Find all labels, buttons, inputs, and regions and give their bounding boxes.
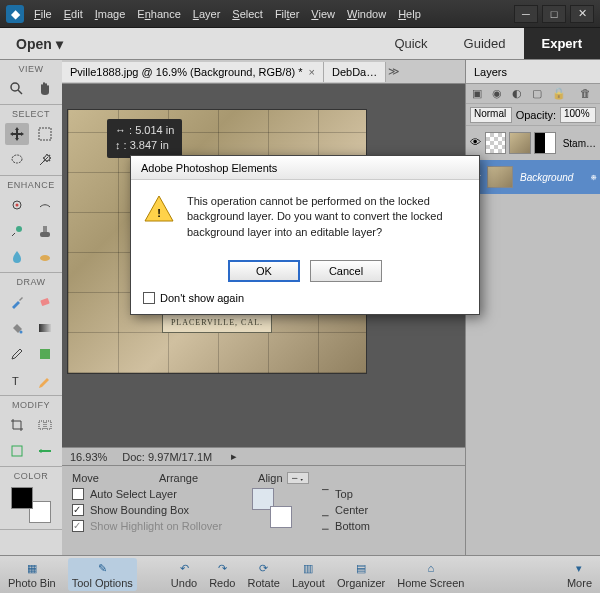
marquee-tool[interactable] bbox=[33, 123, 57, 145]
menu-filter[interactable]: Filter bbox=[275, 8, 299, 20]
status-arrow-icon[interactable]: ▸ bbox=[231, 450, 237, 463]
layer-row-1[interactable]: 👁 Stam… bbox=[466, 126, 600, 160]
layer-row-background[interactable]: 👁 Background ⎈ bbox=[466, 160, 600, 194]
tab-expert[interactable]: Expert bbox=[524, 28, 600, 59]
layer-thumb-img bbox=[509, 132, 531, 154]
whiten-tool[interactable] bbox=[33, 194, 57, 216]
recompose-tool[interactable] bbox=[33, 414, 57, 436]
adjust-icon[interactable]: ◐ bbox=[512, 87, 526, 101]
tab-guided[interactable]: Guided bbox=[446, 28, 524, 59]
align-center[interactable]: ⎯Center bbox=[322, 504, 370, 516]
sponge-tool[interactable] bbox=[33, 246, 57, 268]
layer-thumb bbox=[487, 166, 513, 188]
align-center-icon: ⎯ bbox=[322, 504, 329, 516]
photo-bin-button[interactable]: ▦Photo Bin bbox=[8, 560, 56, 589]
fill-tool[interactable] bbox=[5, 317, 29, 339]
arrange-icon[interactable] bbox=[252, 488, 292, 528]
menu-enhance[interactable]: Enhance bbox=[137, 8, 180, 20]
close-button[interactable]: ✕ bbox=[570, 5, 594, 23]
layout-button[interactable]: ▥Layout bbox=[292, 560, 325, 589]
menu-image[interactable]: Image bbox=[95, 8, 126, 20]
open-button[interactable]: Open ▾ bbox=[0, 30, 79, 58]
auto-select-label: Auto Select Layer bbox=[90, 488, 177, 500]
zoom-tool[interactable] bbox=[5, 78, 29, 100]
straighten-tool[interactable] bbox=[33, 440, 57, 462]
confirm-dialog: Adobe Photoshop Elements ! This operatio… bbox=[130, 155, 480, 315]
dont-show-checkbox[interactable] bbox=[143, 292, 155, 304]
organizer-button[interactable]: ▤Organizer bbox=[337, 560, 385, 589]
file-tab-2[interactable]: DebDa… bbox=[324, 62, 386, 82]
gradient-tool[interactable] bbox=[33, 317, 57, 339]
opacity-value[interactable]: 100% bbox=[560, 107, 596, 123]
title-bar: ◆ File Edit Image Enhance Layer Select F… bbox=[0, 0, 600, 28]
redo-icon: ↷ bbox=[213, 560, 231, 576]
shape-tool[interactable] bbox=[33, 343, 57, 365]
tabs-overflow[interactable]: ≫ bbox=[388, 65, 400, 78]
redo-button[interactable]: ↷Redo bbox=[209, 560, 235, 589]
svg-rect-12 bbox=[39, 324, 51, 332]
layer-name[interactable]: Background bbox=[516, 172, 588, 183]
picker-tool[interactable] bbox=[5, 343, 29, 365]
layer-name[interactable]: Stam… bbox=[559, 138, 596, 149]
main-bar: Open ▾ Quick Guided Expert bbox=[0, 28, 600, 60]
svg-rect-8 bbox=[43, 226, 47, 232]
menu-view[interactable]: View bbox=[311, 8, 335, 20]
align-bottom[interactable]: ⎽Bottom bbox=[322, 520, 370, 532]
move-tool[interactable] bbox=[5, 123, 29, 145]
blur-tool[interactable] bbox=[5, 246, 29, 268]
rotate-button[interactable]: ⟳Rotate bbox=[247, 560, 279, 589]
more-button[interactable]: ▾More bbox=[567, 560, 592, 589]
ok-button[interactable]: OK bbox=[228, 260, 300, 282]
menu-window[interactable]: Window bbox=[347, 8, 386, 20]
menu-layer[interactable]: Layer bbox=[193, 8, 221, 20]
cancel-button[interactable]: Cancel bbox=[310, 260, 382, 282]
align-top[interactable]: ⎺Top bbox=[322, 488, 370, 500]
file-tab-1-close[interactable]: × bbox=[309, 66, 315, 78]
undo-button[interactable]: ↶Undo bbox=[171, 560, 197, 589]
tool-options-panel: Move Arrange Align⎼ ▾ Auto Select Layer … bbox=[62, 465, 465, 555]
menu-edit[interactable]: Edit bbox=[64, 8, 83, 20]
blend-mode-select[interactable]: Normal bbox=[470, 107, 512, 123]
group-select: SELECT bbox=[0, 107, 62, 121]
auto-select-checkbox[interactable]: Auto Select Layer bbox=[72, 488, 222, 500]
file-tab-1[interactable]: Pville1888.jpg @ 16.9% (Background, RGB/… bbox=[62, 62, 324, 82]
foreground-color[interactable] bbox=[11, 487, 33, 509]
menu-file[interactable]: File bbox=[34, 8, 52, 20]
svg-line-1 bbox=[18, 90, 22, 94]
eraser-tool[interactable] bbox=[33, 291, 57, 313]
text-tool[interactable]: T bbox=[5, 369, 29, 391]
menu-help[interactable]: Help bbox=[398, 8, 421, 20]
visibility-icon[interactable]: 👁 bbox=[470, 136, 482, 150]
hand-tool[interactable] bbox=[33, 78, 57, 100]
layer-lock-icon: ⎈ bbox=[591, 172, 596, 182]
more-icon: ▾ bbox=[570, 560, 588, 576]
new-group-icon[interactable]: ◉ bbox=[492, 87, 506, 101]
color-swatches[interactable] bbox=[11, 487, 51, 523]
lock-icon[interactable]: 🔒 bbox=[552, 87, 566, 101]
tool-options-button[interactable]: ✎Tool Options bbox=[68, 558, 137, 591]
wand-tool[interactable] bbox=[33, 149, 57, 171]
crop-tool[interactable] bbox=[5, 414, 29, 436]
pencil-tool[interactable] bbox=[33, 369, 57, 391]
menu-select[interactable]: Select bbox=[232, 8, 263, 20]
content-move-tool[interactable] bbox=[5, 440, 29, 462]
smartbrush-tool[interactable] bbox=[5, 220, 29, 242]
new-layer-icon[interactable]: ▣ bbox=[472, 87, 486, 101]
tab-quick[interactable]: Quick bbox=[376, 28, 445, 59]
layers-title[interactable]: Layers bbox=[466, 60, 600, 84]
align-dropdown[interactable]: ⎼ ▾ bbox=[287, 472, 310, 484]
bounding-box-checkbox[interactable]: Show Bounding Box bbox=[72, 504, 222, 516]
mask-icon[interactable]: ▢ bbox=[532, 87, 546, 101]
zoom-level[interactable]: 16.93% bbox=[70, 451, 107, 463]
clone-tool[interactable] bbox=[33, 220, 57, 242]
svg-rect-17 bbox=[12, 446, 22, 456]
home-button[interactable]: ⌂Home Screen bbox=[397, 560, 464, 589]
lasso-tool[interactable] bbox=[5, 149, 29, 171]
svg-rect-7 bbox=[40, 232, 50, 237]
minimize-button[interactable]: ─ bbox=[514, 5, 538, 23]
maximize-button[interactable]: □ bbox=[542, 5, 566, 23]
brush-tool[interactable] bbox=[5, 291, 29, 313]
redeye-tool[interactable] bbox=[5, 194, 29, 216]
delete-icon[interactable]: 🗑 bbox=[580, 87, 594, 101]
home-icon: ⌂ bbox=[422, 560, 440, 576]
